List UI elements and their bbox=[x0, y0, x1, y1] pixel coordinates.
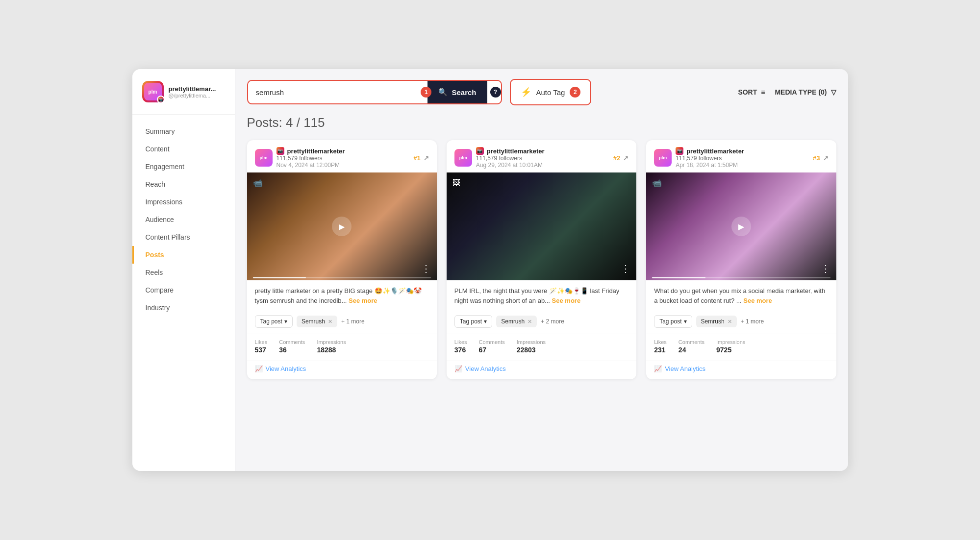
card-header-3: plm 📷 prettylittlemarketer 111,579 follo… bbox=[646, 140, 836, 172]
card-account-info-1: 📷 prettylittlemarketer 111,579 followers… bbox=[276, 147, 410, 169]
image-indicator-2: 🖼 bbox=[452, 178, 460, 187]
chip-remove-2[interactable]: ✕ bbox=[528, 319, 532, 325]
sort-icon: ≡ bbox=[761, 88, 765, 96]
instagram-badge: 📷 bbox=[157, 96, 165, 103]
card-stats-2: Likes 376 Comments 67 Impressions 22803 bbox=[447, 334, 636, 361]
card-image-1: 📹 ▶ ⋮ bbox=[247, 172, 437, 280]
progress-fill-3 bbox=[652, 277, 705, 278]
sidebar-item-reels[interactable]: Reels bbox=[132, 264, 235, 281]
sidebar-item-audience[interactable]: Audience bbox=[132, 211, 235, 228]
card-footer-3: 📈 View Analytics bbox=[646, 361, 836, 379]
sort-button[interactable]: SORT ≡ bbox=[738, 88, 765, 96]
sidebar-item-industry[interactable]: Industry bbox=[132, 299, 235, 317]
card-caption-1: pretty little marketer on a pretty BIG s… bbox=[247, 280, 437, 311]
sidebar-item-compare[interactable]: Compare bbox=[132, 281, 235, 299]
card-tags-3: Tag post ▾ Semrush ✕ + 1 more bbox=[646, 311, 836, 334]
see-more-3[interactable]: See more bbox=[743, 297, 772, 304]
play-button-3[interactable]: ▶ bbox=[731, 217, 751, 236]
progress-bar-3 bbox=[652, 277, 830, 278]
tag-post-button-2[interactable]: Tag post ▾ bbox=[454, 315, 492, 328]
see-more-1[interactable]: See more bbox=[349, 297, 377, 304]
stat-likes-1: Likes 537 bbox=[255, 339, 268, 354]
card-image-2: 🖼 ⋮ bbox=[447, 172, 636, 280]
search-input[interactable] bbox=[248, 81, 428, 103]
cards-grid: plm 📷 prettylittlemarketer 111,579 follo… bbox=[247, 140, 836, 379]
card-header-2: plm 📷 prettylittlemarketer 111,579 follo… bbox=[447, 140, 636, 172]
sidebar-item-engagement[interactable]: Engagement bbox=[132, 158, 235, 175]
post-card-1: plm 📷 prettylittlemarketer 111,579 follo… bbox=[247, 140, 437, 379]
more-dots-1[interactable]: ⋮ bbox=[421, 263, 431, 274]
media-type-label: MEDIA TYPE (0) bbox=[775, 88, 827, 96]
card-followers-2: 111,579 followers bbox=[476, 155, 609, 162]
card-followers-3: 111,579 followers bbox=[676, 155, 809, 162]
more-dots-3[interactable]: ⋮ bbox=[821, 263, 830, 274]
more-dots-2[interactable]: ⋮ bbox=[621, 263, 630, 274]
tag-chip-semrush-3: Semrush ✕ bbox=[696, 316, 737, 327]
external-link-icon-3[interactable]: ↗ bbox=[823, 154, 829, 162]
chip-remove-1[interactable]: ✕ bbox=[328, 319, 332, 325]
tag-post-button-3[interactable]: Tag post ▾ bbox=[654, 315, 692, 328]
card-rank-1: #1 ↗ bbox=[413, 154, 428, 162]
ig-icon-1: 📷 bbox=[276, 147, 284, 155]
more-tags-1[interactable]: + 1 more bbox=[341, 318, 365, 325]
view-analytics-button-2[interactable]: 📈 View Analytics bbox=[454, 365, 628, 372]
top-bar: 1 🔍 Search ? ⚡ Auto Tag 2 SORT ≡ bbox=[247, 79, 836, 105]
external-link-icon-1[interactable]: ↗ bbox=[424, 154, 429, 162]
sidebar-item-posts[interactable]: Posts bbox=[132, 246, 235, 264]
analytics-icon-3: 📈 bbox=[654, 365, 662, 372]
more-tags-2[interactable]: + 2 more bbox=[541, 318, 564, 325]
tag-chip-semrush-2: Semrush ✕ bbox=[496, 316, 537, 327]
video-indicator-3: 📹 bbox=[652, 178, 662, 188]
sidebar-item-summary[interactable]: Summary bbox=[132, 123, 235, 140]
card-account-name-2: 📷 prettylittlemarketer bbox=[476, 147, 609, 155]
avatar: plm 📷 bbox=[142, 81, 164, 102]
top-bar-right: SORT ≡ MEDIA TYPE (0) ▽ bbox=[738, 88, 836, 96]
see-more-2[interactable]: See more bbox=[552, 297, 581, 304]
progress-fill-1 bbox=[253, 277, 306, 278]
view-analytics-button-1[interactable]: 📈 View Analytics bbox=[255, 365, 429, 372]
sidebar-profile: plm 📷 prettylittlemar... @/prettylittlem… bbox=[132, 81, 235, 115]
external-link-icon-2[interactable]: ↗ bbox=[623, 154, 628, 162]
sidebar-item-content[interactable]: Content bbox=[132, 140, 235, 158]
stat-comments-3: Comments 24 bbox=[678, 339, 704, 354]
sidebar-item-content-pillars[interactable]: Content Pillars bbox=[132, 228, 235, 246]
card-rank-3: #3 ↗ bbox=[813, 154, 828, 162]
search-icon: 🔍 bbox=[438, 88, 448, 97]
stat-comments-1: Comments 36 bbox=[279, 339, 305, 354]
play-button-1[interactable]: ▶ bbox=[332, 217, 352, 236]
more-tags-3[interactable]: + 1 more bbox=[741, 318, 764, 325]
post-card-2: plm 📷 prettylittlemarketer 111,579 follo… bbox=[447, 140, 636, 379]
chip-remove-3[interactable]: ✕ bbox=[728, 319, 732, 325]
sidebar-item-impressions[interactable]: Impressions bbox=[132, 193, 235, 211]
tag-post-button-1[interactable]: Tag post ▾ bbox=[255, 315, 293, 328]
card-tags-1: Tag post ▾ Semrush ✕ + 1 more bbox=[247, 311, 437, 334]
card-tags-2: Tag post ▾ Semrush ✕ + 2 more bbox=[447, 311, 636, 334]
card-account-info-3: 📷 prettylittlemarketer 111,579 followers… bbox=[676, 147, 809, 169]
card-stats-1: Likes 537 Comments 36 Impressions 18288 bbox=[247, 334, 437, 361]
stat-impressions-3: Impressions 9725 bbox=[716, 339, 745, 354]
view-analytics-button-3[interactable]: 📈 View Analytics bbox=[654, 365, 828, 372]
card-account-info-2: 📷 prettylittlemarketer 111,579 followers… bbox=[476, 147, 609, 169]
card-date-3: Apr 18, 2024 at 1:50PM bbox=[676, 162, 809, 169]
main-content: 1 🔍 Search ? ⚡ Auto Tag 2 SORT ≡ bbox=[235, 69, 848, 471]
card-header-1: plm 📷 prettylittlemarketer 111,579 follo… bbox=[247, 140, 437, 172]
search-input-wrap: 1 bbox=[248, 81, 428, 103]
search-wrapper: 1 🔍 Search ? bbox=[247, 80, 502, 104]
stat-comments-2: Comments 67 bbox=[479, 339, 505, 354]
media-type-button[interactable]: MEDIA TYPE (0) ▽ bbox=[775, 88, 836, 96]
post-card-3: plm 📷 prettylittlemarketer 111,579 follo… bbox=[646, 140, 836, 379]
sort-label: SORT bbox=[738, 88, 757, 96]
card-image-3: 📹 ▶ ⋮ bbox=[646, 172, 836, 280]
autotag-label: Auto Tag bbox=[536, 88, 565, 97]
card-rank-2: #2 ↗ bbox=[613, 154, 628, 162]
card-avatar-2: plm bbox=[454, 149, 472, 167]
search-button-label: Search bbox=[452, 88, 476, 97]
filter-icon: ▽ bbox=[831, 88, 836, 96]
stat-likes-3: Likes 231 bbox=[654, 339, 667, 354]
search-button[interactable]: 🔍 Search bbox=[427, 81, 487, 103]
help-icon[interactable]: ? bbox=[490, 87, 501, 98]
card-date-1: Nov 4, 2024 at 12:00PM bbox=[276, 162, 410, 169]
progress-bar-1 bbox=[253, 277, 431, 278]
autotag-button[interactable]: ⚡ Auto Tag 2 bbox=[510, 79, 592, 105]
sidebar-item-reach[interactable]: Reach bbox=[132, 175, 235, 193]
